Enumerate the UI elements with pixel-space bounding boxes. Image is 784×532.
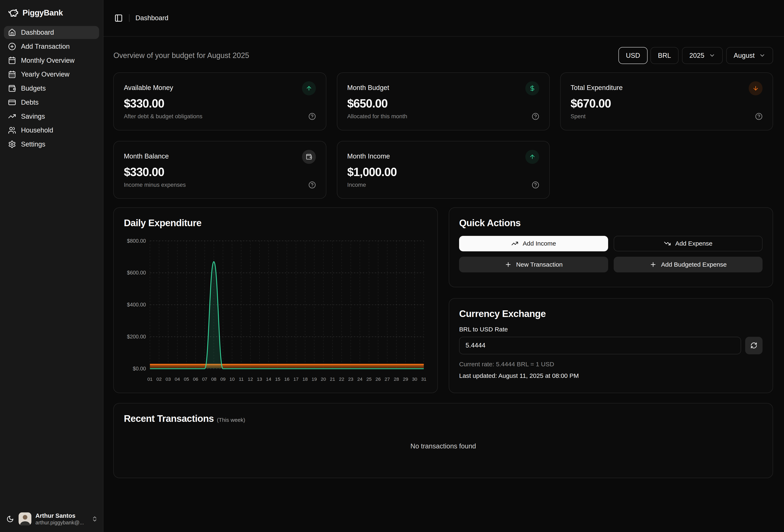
piggy-bank-icon bbox=[8, 7, 19, 18]
quick-actions-card: Quick Actions Add IncomeAdd ExpenseNew T… bbox=[449, 207, 773, 287]
month-select[interactable]: August bbox=[726, 47, 773, 64]
svg-text:22: 22 bbox=[339, 376, 344, 382]
controls-row: Overview of your budget for August 2025 … bbox=[113, 47, 773, 64]
divider bbox=[129, 14, 130, 22]
svg-text:07: 07 bbox=[202, 376, 207, 382]
sidebar-item-label: Monthly Overview bbox=[21, 57, 75, 64]
arrow-up-icon bbox=[306, 85, 312, 91]
svg-text:$400.00: $400.00 bbox=[127, 302, 146, 307]
sidebar-item-label: Dashboard bbox=[21, 28, 54, 36]
svg-text:31: 31 bbox=[421, 376, 426, 382]
help-button[interactable] bbox=[308, 113, 316, 120]
add-income-button[interactable]: Add Income bbox=[459, 236, 608, 251]
theme-toggle-button[interactable] bbox=[6, 515, 14, 523]
current-rate-text: Current rate: 5.4444 BRL = 1 USD bbox=[459, 361, 762, 368]
stat-value: $670.00 bbox=[570, 97, 762, 110]
currency-toggle: USDBRL bbox=[618, 47, 678, 64]
year-select[interactable]: 2025 bbox=[682, 47, 723, 64]
sidebar-item-label: Savings bbox=[21, 112, 45, 120]
trending-up-icon bbox=[511, 240, 518, 247]
exchange-rate-input[interactable] bbox=[459, 337, 741, 354]
help-button[interactable] bbox=[532, 181, 539, 189]
charts-row: Daily Expenditure $0.00$200.00$400.00$60… bbox=[113, 207, 773, 393]
help-circle-icon bbox=[532, 113, 539, 120]
sidebar: PiggyBank DashboardAdd TransactionMonthl… bbox=[0, 0, 104, 532]
sidebar-item-savings[interactable]: Savings bbox=[4, 110, 99, 123]
svg-text:13: 13 bbox=[257, 376, 262, 382]
chevron-down-icon bbox=[709, 52, 715, 59]
sidebar-item-budgets[interactable]: Budgets bbox=[4, 82, 99, 95]
svg-text:20: 20 bbox=[321, 376, 326, 382]
sidebar-item-debts[interactable]: Debts bbox=[4, 96, 99, 109]
svg-text:06: 06 bbox=[193, 376, 198, 382]
currency-usd-button[interactable]: USD bbox=[618, 47, 648, 64]
calendar-days-icon bbox=[8, 71, 16, 78]
daily-expenditure-chart: $0.00$200.00$400.00$600.00$800.000102030… bbox=[124, 235, 427, 384]
circle-plus-icon bbox=[8, 43, 16, 51]
help-button[interactable] bbox=[532, 113, 539, 120]
main-area: Dashboard Overview of your budget for Au… bbox=[104, 0, 784, 532]
stat-title: Total Expenditure bbox=[570, 81, 622, 92]
stat-card-available-money: Available Money$330.00After debt & budge… bbox=[113, 73, 326, 131]
add-expense-button[interactable]: Add Expense bbox=[614, 236, 763, 251]
stat-foot: Spent bbox=[570, 113, 762, 120]
button-label: Add Expense bbox=[675, 240, 712, 247]
stat-title: Available Money bbox=[124, 81, 173, 92]
topbar: Dashboard bbox=[104, 0, 784, 36]
sidebar-item-dashboard[interactable]: Dashboard bbox=[4, 26, 99, 39]
stat-card-month-income: Month Income$1,000.00Income bbox=[337, 141, 550, 199]
chart-title: Daily Expenditure bbox=[124, 217, 427, 228]
plus-icon bbox=[650, 261, 656, 268]
trending-down-icon bbox=[664, 240, 671, 247]
stat-card-total-expenditure: Total Expenditure$670.00Spent bbox=[560, 73, 773, 131]
svg-text:18: 18 bbox=[302, 376, 308, 382]
help-button[interactable] bbox=[755, 113, 762, 120]
user-avatar bbox=[19, 512, 32, 525]
sidebar-item-household[interactable]: Household bbox=[4, 124, 99, 137]
stat-head: Available Money bbox=[124, 81, 316, 95]
svg-text:29: 29 bbox=[403, 376, 408, 382]
sidebar-item-settings[interactable]: Settings bbox=[4, 138, 99, 151]
stat-value: $330.00 bbox=[124, 97, 316, 110]
stat-card-month-balance: Month Balance$330.00Income minus expense… bbox=[113, 141, 326, 199]
refresh-rate-button[interactable] bbox=[745, 337, 763, 354]
help-button[interactable] bbox=[308, 181, 316, 189]
svg-text:23: 23 bbox=[348, 376, 353, 382]
add-budgeted-expense-button[interactable]: Add Budgeted Expense bbox=[614, 257, 763, 272]
new-transaction-button[interactable]: New Transaction bbox=[459, 257, 608, 272]
wallet-icon bbox=[8, 84, 16, 92]
stat-card-month-budget: Month Budget$650.00Allocated for this mo… bbox=[337, 73, 550, 131]
currency-exchange-title: Currency Exchange bbox=[459, 308, 762, 319]
recent-transactions-subtitle: (This week) bbox=[217, 417, 245, 423]
app-root: PiggyBank DashboardAdd TransactionMonthl… bbox=[0, 0, 784, 532]
help-circle-icon bbox=[755, 113, 762, 120]
empty-state-text: No transactions found bbox=[124, 424, 763, 468]
sidebar-item-yearly-overview[interactable]: Yearly Overview bbox=[4, 68, 99, 81]
svg-text:14: 14 bbox=[266, 376, 271, 382]
user-menu[interactable]: Arthur Santos arthur.piggybank@... bbox=[19, 512, 98, 526]
stat-icon-badge bbox=[525, 81, 539, 95]
sidebar-toggle-button[interactable] bbox=[114, 14, 123, 22]
rate-input-row bbox=[459, 337, 762, 354]
house-icon bbox=[8, 28, 16, 36]
right-column: Quick Actions Add IncomeAdd ExpenseNew T… bbox=[449, 207, 773, 393]
breadcrumb[interactable]: Dashboard bbox=[135, 14, 168, 22]
stat-foot: After debt & budget obligations bbox=[124, 113, 316, 120]
quick-actions-grid: Add IncomeAdd ExpenseNew TransactionAdd … bbox=[459, 236, 762, 272]
svg-text:17: 17 bbox=[293, 376, 299, 382]
sidebar-item-monthly-overview[interactable]: Monthly Overview bbox=[4, 54, 99, 67]
stat-foot: Income bbox=[347, 181, 539, 189]
help-circle-icon bbox=[308, 181, 316, 189]
svg-text:28: 28 bbox=[394, 376, 399, 382]
currency-brl-button[interactable]: BRL bbox=[650, 47, 678, 64]
trending-up-icon bbox=[8, 112, 16, 120]
svg-text:09: 09 bbox=[220, 376, 225, 382]
avatar-image bbox=[19, 512, 32, 525]
stat-icon-badge bbox=[302, 150, 316, 164]
svg-text:08: 08 bbox=[211, 376, 216, 382]
last-updated-text: Last updated: August 11, 2025 at 08:00 P… bbox=[459, 372, 762, 379]
svg-text:05: 05 bbox=[184, 376, 189, 382]
stat-icon-badge bbox=[302, 81, 316, 95]
year-select-value: 2025 bbox=[689, 52, 704, 59]
sidebar-item-add-transaction[interactable]: Add Transaction bbox=[4, 40, 99, 53]
